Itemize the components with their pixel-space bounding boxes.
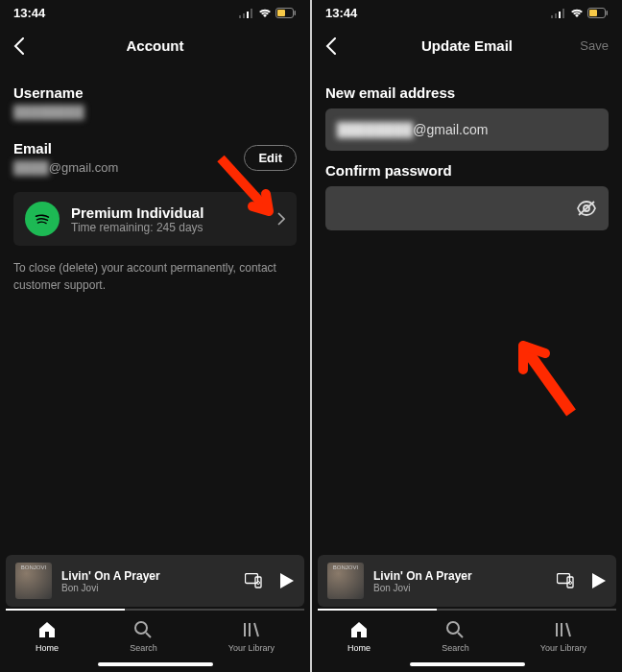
svg-rect-22 xyxy=(607,11,609,15)
devices-icon[interactable] xyxy=(245,573,264,588)
tab-home[interactable]: Home xyxy=(347,620,371,653)
confirm-password-input[interactable] xyxy=(325,186,609,230)
back-button[interactable] xyxy=(13,37,25,55)
play-icon[interactable] xyxy=(591,572,607,589)
email-label: Email xyxy=(13,140,118,156)
svg-rect-18 xyxy=(559,12,561,18)
svg-rect-19 xyxy=(562,9,564,18)
tab-library[interactable]: Your Library xyxy=(228,620,275,653)
svg-point-11 xyxy=(135,622,147,634)
play-icon[interactable] xyxy=(279,572,295,589)
tab-search[interactable]: Search xyxy=(130,620,157,653)
eye-off-icon[interactable] xyxy=(576,200,597,217)
svg-point-28 xyxy=(447,622,459,634)
library-icon xyxy=(242,620,261,639)
tab-bar: Home Search Your Library xyxy=(312,611,622,659)
header: Update Email Save xyxy=(312,24,622,67)
status-icons xyxy=(239,8,297,18)
svg-rect-6 xyxy=(295,11,297,15)
artist-name: Bon Jovi xyxy=(373,583,472,593)
now-playing-bar[interactable]: BONJOVI Livin' On A Prayer Bon Jovi xyxy=(318,555,616,607)
header: Account xyxy=(0,24,310,67)
svg-rect-16 xyxy=(551,15,553,18)
signal-icon xyxy=(551,9,566,18)
update-email-screen: 13:44 Update Email Save New email addres… xyxy=(312,0,622,672)
back-button[interactable] xyxy=(325,37,337,55)
svg-rect-17 xyxy=(555,13,557,18)
battery-icon xyxy=(275,8,297,18)
artist-name: Bon Jovi xyxy=(61,583,160,593)
content: Username ████████ Email ████@gmail.com E… xyxy=(0,67,310,555)
spotify-icon xyxy=(25,202,60,236)
new-email-label: New email address xyxy=(325,84,609,101)
tab-search[interactable]: Search xyxy=(442,620,469,653)
wifi-icon xyxy=(258,9,272,18)
home-indicator xyxy=(410,662,525,666)
album-art: BONJOVI xyxy=(327,563,364,599)
page-title: Account xyxy=(127,37,184,54)
email-value: ████@gmail.com xyxy=(13,160,118,175)
confirm-password-label: Confirm password xyxy=(325,162,609,179)
home-icon xyxy=(349,620,369,639)
svg-rect-1 xyxy=(243,13,245,18)
status-time: 13:44 xyxy=(325,6,357,20)
song-title: Livin' On A Prayer xyxy=(61,569,160,583)
battery-icon xyxy=(587,8,609,18)
username-label: Username xyxy=(13,84,297,101)
search-icon xyxy=(133,620,153,639)
svg-line-29 xyxy=(458,633,463,637)
wifi-icon xyxy=(570,9,584,18)
plan-subtitle: Time remaining: 245 days xyxy=(71,221,203,234)
username-value: ████████ xyxy=(13,105,297,119)
save-button[interactable]: Save xyxy=(580,38,609,53)
svg-point-10 xyxy=(257,582,260,585)
home-icon xyxy=(37,620,57,639)
plan-row[interactable]: Premium Individual Time remaining: 245 d… xyxy=(13,192,297,246)
close-account-text: To close (delete) your account permanent… xyxy=(13,259,297,294)
status-icons xyxy=(551,8,609,18)
chevron-right-icon xyxy=(277,212,285,226)
svg-rect-0 xyxy=(239,15,241,18)
svg-rect-3 xyxy=(251,9,252,18)
edit-email-button[interactable]: Edit xyxy=(244,145,297,171)
svg-line-12 xyxy=(146,633,151,637)
svg-line-15 xyxy=(254,623,258,636)
svg-rect-5 xyxy=(277,10,285,16)
new-email-input[interactable]: ████████@gmail.com xyxy=(325,108,609,151)
account-screen: 13:44 Account Username ████████ Email ██… xyxy=(0,0,310,672)
status-bar: 13:44 xyxy=(312,0,622,24)
home-indicator xyxy=(98,662,213,666)
svg-rect-21 xyxy=(589,10,597,16)
svg-line-32 xyxy=(566,623,570,636)
song-title: Livin' On A Prayer xyxy=(373,569,472,583)
search-icon xyxy=(445,620,465,639)
album-art: BONJOVI xyxy=(15,563,52,599)
page-title: Update Email xyxy=(421,37,513,54)
tab-home[interactable]: Home xyxy=(36,620,59,653)
svg-point-27 xyxy=(569,582,572,585)
plan-title: Premium Individual xyxy=(71,204,203,221)
devices-icon[interactable] xyxy=(557,573,576,588)
signal-icon xyxy=(239,9,254,18)
annotation-arrow xyxy=(504,317,590,422)
status-time: 13:44 xyxy=(13,6,45,20)
content: New email address ████████@gmail.com Con… xyxy=(312,67,622,555)
tab-bar: Home Search Your Library xyxy=(0,611,310,659)
library-icon xyxy=(554,620,573,639)
status-bar: 13:44 xyxy=(0,0,310,24)
svg-rect-2 xyxy=(247,12,249,18)
now-playing-bar[interactable]: BONJOVI Livin' On A Prayer Bon Jovi xyxy=(6,555,304,607)
tab-library[interactable]: Your Library xyxy=(540,620,586,653)
